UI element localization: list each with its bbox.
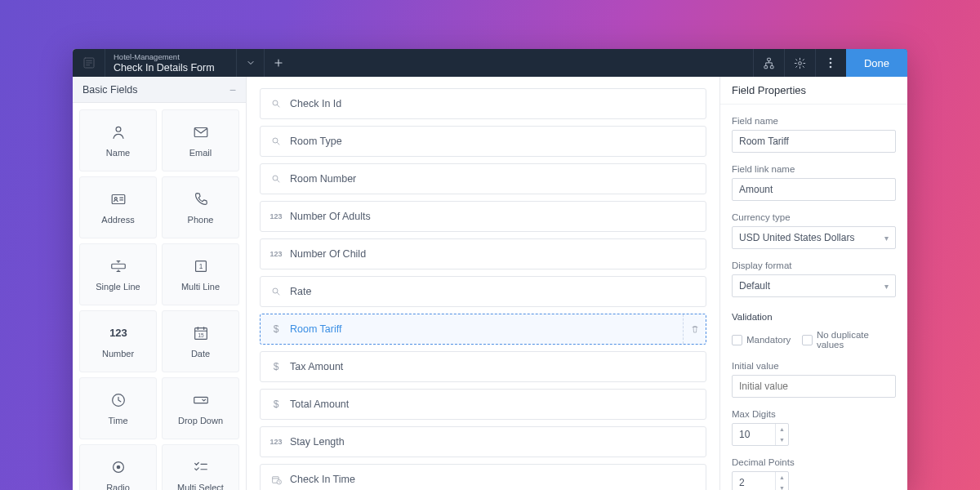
svg-rect-1 (768, 58, 771, 60)
app-window: Hotel-Management Check In Details Form D… (73, 49, 907, 490)
field-tile-radio[interactable]: Radio (79, 444, 157, 490)
field-tile-email[interactable]: Email (162, 109, 239, 172)
display-format-value: Default (739, 280, 770, 292)
tile-label: Drop Down (178, 416, 223, 425)
svg-text:1: 1 (198, 263, 203, 270)
number-icon: 123 (106, 324, 131, 342)
form-field-number-of-adults[interactable]: 123Number Of Adults (260, 201, 706, 232)
form-field-label: Stay Length (290, 436, 345, 448)
form-field-check-in-id[interactable]: Check In Id (260, 88, 706, 119)
label-validation: Validation (732, 312, 896, 322)
svg-rect-12 (111, 264, 125, 269)
form-field-room-tariff[interactable]: $Room Tariff (260, 314, 706, 345)
tile-label: Email (189, 148, 212, 158)
tile-label: Single Line (96, 282, 140, 292)
mandatory-label: Mandatory (746, 335, 791, 345)
singleline-icon (109, 257, 127, 275)
field-tile-address[interactable]: Address (79, 176, 157, 238)
tile-label: Time (108, 416, 127, 425)
form-field-label: Number Of Child (290, 248, 366, 260)
body: Basic Fields − NameEmailAddressPhoneSing… (73, 77, 907, 490)
tile-label: Name (106, 148, 130, 158)
initial-value-input[interactable] (732, 375, 896, 398)
currency-type-select[interactable]: USD United States Dollars ▾ (732, 226, 896, 249)
noduplicate-check[interactable]: No duplicate values (802, 330, 896, 350)
lookup-icon (270, 174, 282, 184)
form-field-stay-length[interactable]: 123Stay Length (260, 426, 706, 457)
form-field-check-in-time[interactable]: Check In Time (260, 464, 706, 490)
step-down-icon[interactable]: ▼ (776, 483, 788, 490)
form-field-room-number[interactable]: Room Number (260, 163, 706, 194)
field-tile-multi-line[interactable]: 1Multi Line (162, 243, 239, 305)
currency-icon: $ (270, 399, 282, 410)
field-tile-name[interactable]: Name (79, 109, 157, 172)
form-field-total-amount[interactable]: $Total Amount (260, 389, 706, 420)
multiline-icon: 1 (192, 257, 210, 275)
number-icon: 123 (270, 212, 282, 220)
tile-label: Radio (106, 483, 130, 490)
form-title-block[interactable]: Hotel-Management Check In Details Form (105, 49, 236, 77)
label-decimal-points: Decimal Points (732, 457, 896, 467)
phone-icon (192, 190, 210, 208)
clock-icon (109, 391, 127, 409)
form-field-label: Check In Time (290, 474, 355, 485)
form-field-rate[interactable]: Rate (260, 276, 706, 307)
form-field-label: Check In Id (290, 98, 341, 109)
mail-icon (192, 123, 210, 141)
app-icon[interactable] (73, 49, 105, 77)
field-tile-single-line[interactable]: Single Line (79, 243, 157, 305)
form-field-tax-amount[interactable]: $Tax Amount (260, 351, 706, 382)
done-button[interactable]: Done (846, 49, 907, 77)
field-grid: NameEmailAddressPhoneSingle Line1Multi L… (73, 103, 246, 490)
svg-point-25 (273, 288, 278, 293)
field-name-input[interactable] (732, 130, 896, 153)
collapse-icon[interactable]: − (229, 83, 236, 96)
max-digits-value: 10 (733, 429, 775, 440)
field-tile-phone[interactable]: Phone (162, 176, 239, 238)
form-canvas[interactable]: Check In IdRoom TypeRoom Number123Number… (247, 77, 719, 490)
form-field-number-of-child[interactable]: 123Number Of Child (260, 238, 706, 270)
tile-label: Multi Line (181, 282, 220, 292)
form-field-label: Rate (290, 286, 311, 297)
form-field-label: Room Tariff (290, 323, 341, 335)
field-tile-drop-down[interactable]: Drop Down (162, 377, 239, 439)
label-currency-type: Currency type (732, 212, 896, 222)
step-down-icon[interactable]: ▼ (776, 434, 788, 445)
properties-title: Field Properties (720, 77, 907, 105)
step-up-icon[interactable]: ▲ (776, 424, 788, 434)
mandatory-check[interactable]: Mandatory (732, 330, 791, 350)
label-field-link-name: Field link name (732, 164, 896, 174)
svg-rect-19 (194, 397, 207, 403)
tile-label: Date (191, 349, 210, 359)
decimal-points-input[interactable]: 2 ▲▼ (732, 471, 789, 490)
multiselect-icon (192, 458, 210, 476)
workflow-icon[interactable] (753, 49, 784, 77)
max-digits-input[interactable]: 10 ▲▼ (732, 423, 789, 446)
tile-label: Phone (188, 215, 214, 225)
step-up-icon[interactable]: ▲ (776, 472, 788, 483)
checkbox-icon (732, 335, 742, 345)
lookup-icon (270, 99, 282, 109)
delete-field-icon[interactable] (683, 314, 706, 344)
form-switcher-chevron[interactable] (236, 49, 264, 77)
svg-point-7 (830, 66, 832, 69)
svg-point-21 (116, 466, 120, 470)
settings-icon[interactable] (784, 49, 815, 77)
svg-point-8 (116, 127, 121, 131)
field-tile-time[interactable]: Time (79, 377, 157, 439)
form-name: Check In Details Form (114, 62, 225, 74)
field-tile-multi-select[interactable]: Multi Select (162, 444, 239, 490)
chevron-down-icon: ▾ (884, 234, 889, 243)
more-menu-icon[interactable] (815, 49, 846, 77)
lookup-icon (270, 287, 282, 296)
field-palette: Basic Fields − NameEmailAddressPhoneSing… (73, 77, 247, 490)
field-tile-number[interactable]: 123Number (79, 310, 157, 372)
label-max-digits: Max Digits (732, 409, 896, 419)
add-form-button[interactable] (264, 49, 292, 77)
form-field-room-type[interactable]: Room Type (260, 126, 706, 157)
radio-icon (109, 458, 127, 476)
field-tile-date[interactable]: 15Date (162, 310, 239, 372)
field-link-name-input[interactable] (732, 178, 896, 201)
svg-point-24 (273, 176, 278, 180)
display-format-select[interactable]: Default ▾ (732, 274, 896, 297)
